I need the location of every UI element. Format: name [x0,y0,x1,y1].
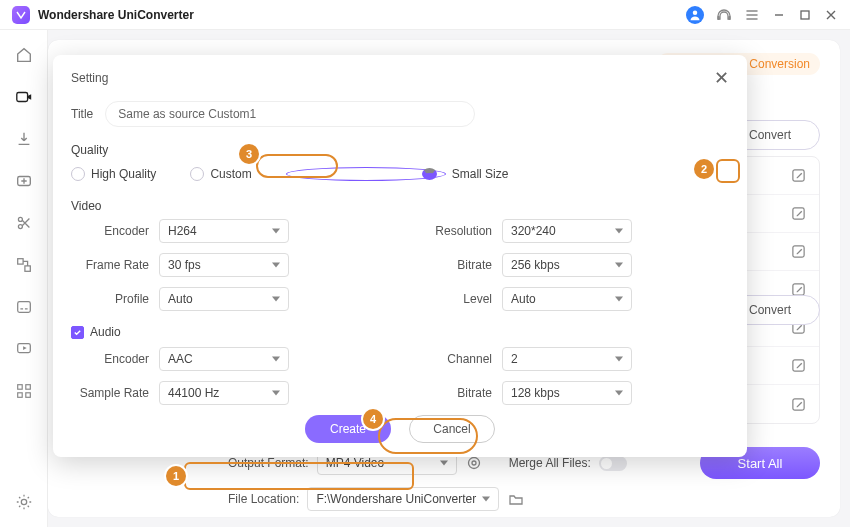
svg-point-25 [472,461,476,465]
svg-point-0 [693,10,698,15]
edit-icon[interactable] [789,395,807,413]
modal-close-icon[interactable]: ✕ [714,69,729,87]
window-minimize-icon[interactable] [772,8,786,22]
video-framerate-select[interactable]: 30 fps [159,253,289,277]
quality-radios: High Quality Custom Small Size [71,167,729,181]
output-format-label: Output Format: [228,456,309,470]
merge-files-toggle[interactable] [599,456,627,471]
video-bitrate-select[interactable]: 256 kbps [502,253,632,277]
folder-open-icon[interactable] [507,490,525,508]
svg-rect-1 [717,16,719,20]
audio-samplerate-select[interactable]: 44100 Hz [159,381,289,405]
svg-point-16 [21,499,26,504]
app-title: Wondershare UniConverter [38,8,194,22]
svg-rect-8 [17,259,22,264]
merge-icon[interactable] [13,254,35,276]
svg-rect-4 [16,93,27,102]
audio-section-label: Audio [90,325,121,339]
titlebar-right [686,6,838,24]
download-icon[interactable] [13,128,35,150]
svg-rect-3 [801,11,809,19]
player-icon[interactable] [13,338,35,360]
svg-point-7 [18,225,22,229]
svg-rect-13 [25,385,30,390]
quality-radio-custom[interactable]: Custom [190,167,251,181]
svg-rect-14 [17,393,22,398]
annotation-badge-4: 4 [363,409,383,429]
subtitle-icon[interactable] [13,296,35,318]
quality-section-label: Quality [71,143,729,157]
settings-icon[interactable] [13,491,35,513]
cancel-button[interactable]: Cancel [409,415,495,443]
video-resolution-select[interactable]: 320*240 [502,219,632,243]
sidebar [0,30,48,527]
audio-encoder-select[interactable]: AAC [159,347,289,371]
merge-files-label: Merge All Files: [509,456,591,470]
video-bitrate-label: Bitrate [414,258,492,272]
annotation-badge-3: 3 [239,144,259,164]
quality-radio-small[interactable]: Small Size [286,167,509,181]
audio-section: Audio [71,325,729,339]
video-encoder-label: Encoder [71,224,149,238]
svg-rect-12 [17,385,22,390]
home-icon[interactable] [13,44,35,66]
video-icon[interactable] [13,86,35,108]
svg-point-6 [18,217,22,221]
compress-icon[interactable] [13,170,35,192]
video-framerate-label: Frame Rate [71,258,149,272]
video-section-label: Video [71,199,729,213]
video-profile-select[interactable]: Auto [159,287,289,311]
toolbox-icon[interactable] [13,380,35,402]
settings-modal: Setting ✕ Title Quality High Quality Cus… [53,55,747,457]
audio-samplerate-label: Sample Rate [71,386,149,400]
user-avatar-icon[interactable] [686,6,704,24]
menu-icon[interactable] [744,7,760,23]
window-close-icon[interactable] [824,8,838,22]
audio-encoder-label: Encoder [71,352,149,366]
window-maximize-icon[interactable] [798,8,812,22]
audio-channel-label: Channel [414,352,492,366]
modal-title: Setting [71,71,108,85]
titlebar: Wondershare UniConverter [0,0,850,30]
audio-bitrate-label: Bitrate [414,386,492,400]
svg-rect-9 [24,266,29,271]
headset-icon[interactable] [716,7,732,23]
svg-rect-10 [17,302,30,313]
video-resolution-label: Resolution [414,224,492,238]
video-encoder-select[interactable]: H264 [159,219,289,243]
app-logo [12,6,30,24]
video-level-label: Level [414,292,492,306]
svg-rect-15 [25,393,30,398]
title-input[interactable] [105,101,475,127]
video-profile-label: Profile [71,292,149,306]
audio-checkbox[interactable] [71,326,84,339]
edit-icon[interactable] [789,243,807,261]
edit-icon[interactable] [789,167,807,185]
file-location-label: File Location: [228,492,299,506]
svg-rect-2 [728,16,730,20]
file-location-select[interactable]: F:\Wondershare UniConverter [307,487,499,511]
video-level-select[interactable]: Auto [502,287,632,311]
trim-icon[interactable] [13,212,35,234]
annotation-badge-1: 1 [166,466,186,486]
annotation-badge-2: 2 [694,159,714,179]
audio-channel-select[interactable]: 2 [502,347,632,371]
quality-radio-high[interactable]: High Quality [71,167,156,181]
edit-icon[interactable] [789,357,807,375]
title-field-label: Title [71,107,93,121]
svg-point-24 [468,458,479,469]
audio-bitrate-select[interactable]: 128 kbps [502,381,632,405]
edit-icon[interactable] [789,205,807,223]
